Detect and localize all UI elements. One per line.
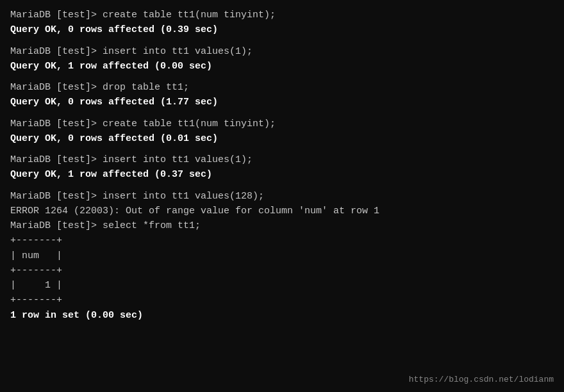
terminal-line-7: Query OK, 0 rows affected (1.77 sec) [10, 95, 554, 110]
terminal-line-0: MariaDB [test]> create table tt1(num tin… [10, 8, 554, 22]
terminal-line-22: +-------+ [10, 293, 554, 307]
terminal-line-3: MariaDB [test]> insert into tt1 values(1… [10, 44, 554, 59]
terminal-line-18: +-------+ [10, 233, 554, 248]
terminal-line-17: MariaDB [test]> select *from tt1; [10, 218, 554, 233]
terminal-content: MariaDB [test]> create table tt1(num tin… [10, 8, 554, 323]
spacer-14 [10, 183, 554, 189]
terminal-line-23: 1 row in set (0.00 sec) [10, 308, 554, 323]
watermark: https://blog.csdn.net/lodianm [409, 375, 554, 384]
spacer-5 [10, 74, 554, 80]
terminal-line-4: Query OK, 1 row affected (0.00 sec) [10, 59, 554, 74]
terminal-line-10: Query OK, 0 rows affected (0.01 sec) [10, 131, 554, 146]
terminal-line-19: | num | [10, 249, 554, 263]
terminal-line-9: MariaDB [test]> create table tt1(num tin… [10, 117, 554, 131]
spacer-8 [10, 110, 554, 117]
terminal-line-21: | 1 | [10, 278, 554, 293]
terminal-line-15: MariaDB [test]> insert into tt1 values(1… [10, 189, 554, 204]
spacer-11 [10, 146, 554, 152]
terminal-line-12: MariaDB [test]> insert into tt1 values(1… [10, 152, 554, 167]
terminal-line-6: MariaDB [test]> drop table tt1; [10, 80, 554, 95]
terminal-line-1: Query OK, 0 rows affected (0.39 sec) [10, 22, 554, 37]
terminal-line-20: +-------+ [10, 263, 554, 278]
spacer-2 [10, 38, 554, 44]
terminal-line-16: ERROR 1264 (22003): Out of range value f… [10, 204, 554, 218]
terminal-window: MariaDB [test]> create table tt1(num tin… [0, 0, 564, 392]
terminal-line-13: Query OK, 1 row affected (0.37 sec) [10, 167, 554, 182]
